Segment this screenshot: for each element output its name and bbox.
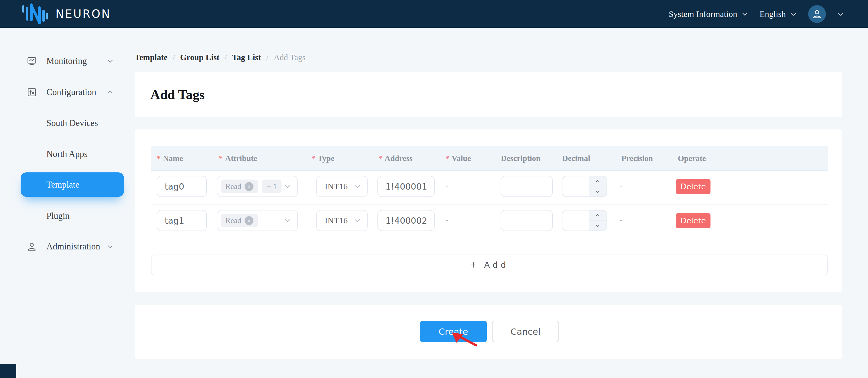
title-card: Add Tags: [134, 71, 842, 117]
attribute-chips: Read: [217, 214, 258, 227]
name-input[interactable]: [157, 210, 207, 231]
decimal-input[interactable]: [562, 177, 589, 196]
cursor-arrow-annotation: [447, 328, 484, 354]
system-information-menu[interactable]: System Information: [669, 9, 749, 19]
breadcrumb: Template / Group List / Tag List / Add T…: [134, 53, 306, 62]
row-divider: [151, 240, 828, 240]
col-header-value: *Value: [445, 154, 471, 163]
sidebar-item-south-devices[interactable]: South Devices: [0, 114, 134, 132]
app-root: NEURON System Information English: [0, 0, 868, 378]
col-header-operate: Operate: [678, 154, 706, 163]
attribute-select[interactable]: Read: [217, 210, 298, 231]
cancel-button[interactable]: Cancel: [492, 321, 559, 342]
sidebar-item-label: South Devices: [46, 118, 98, 128]
sliders-icon: [27, 87, 37, 97]
name-input[interactable]: [157, 176, 207, 197]
chip-close-icon[interactable]: [245, 216, 253, 225]
chip-close-icon[interactable]: [245, 182, 253, 191]
chevron-down-icon: [106, 57, 114, 65]
precision-readout: -: [620, 181, 623, 190]
attribute-select[interactable]: Read + 1: [217, 176, 298, 197]
breadcrumb-separator: /: [173, 53, 175, 62]
address-input[interactable]: [377, 210, 435, 231]
sidebar-item-plugin[interactable]: Plugin: [0, 207, 134, 225]
user-icon: [811, 8, 823, 20]
type-select[interactable]: INT16: [316, 210, 368, 231]
system-information-label: System Information: [669, 9, 737, 19]
tags-table-card: *Name *Attribute *Type *Address *Value D…: [134, 129, 842, 292]
add-row-button[interactable]: Add: [151, 255, 828, 275]
avatar[interactable]: [808, 5, 826, 23]
value-readout: -: [445, 215, 448, 224]
stepper-down-button[interactable]: [589, 186, 607, 196]
type-select-value: INT16: [317, 216, 348, 225]
sidebar-item-label: North Apps: [46, 149, 88, 159]
language-label: English: [760, 9, 786, 19]
col-header-type: *Type: [311, 154, 335, 163]
sidebar-item-template[interactable]: Template: [21, 172, 124, 197]
precision-readout: -: [620, 215, 623, 224]
row-divider: [151, 204, 828, 205]
type-select[interactable]: INT16: [316, 176, 368, 197]
sidebar-item-monitoring[interactable]: Monitoring: [0, 52, 134, 70]
col-header-attribute: *Attribute: [219, 154, 257, 163]
sidebar-item-label: Administration: [46, 242, 100, 252]
decimal-stepper: [562, 210, 607, 231]
attribute-chip-label: Read: [225, 182, 241, 191]
chevron-down-icon: [283, 217, 291, 224]
attribute-chip: Read: [221, 180, 258, 193]
decimal-input[interactable]: [562, 211, 589, 230]
collapsed-count-label: + 1: [267, 182, 277, 191]
sidebar-item-administration[interactable]: Administration: [0, 238, 134, 256]
col-header-address: *Address: [378, 154, 413, 163]
stepper-up-button[interactable]: [589, 177, 607, 186]
chevron-down-icon: [790, 10, 797, 18]
description-input[interactable]: [501, 210, 553, 231]
chevron-up-icon: [106, 89, 114, 96]
language-menu[interactable]: English: [760, 9, 797, 19]
breadcrumb-separator: /: [224, 53, 227, 62]
bottom-left-dark-block: [0, 364, 16, 378]
sidebar-item-north-apps[interactable]: North Apps: [0, 145, 134, 163]
add-row-label: Add: [484, 260, 508, 270]
breadcrumb-template[interactable]: Template: [134, 53, 167, 62]
col-header-decimal: Decimal: [562, 154, 590, 163]
sidebar-item-label: Plugin: [46, 211, 70, 221]
address-input[interactable]: [377, 176, 435, 197]
value-readout: -: [445, 181, 448, 190]
table-header-row: *Name *Attribute *Type *Address *Value D…: [151, 146, 828, 171]
sidebar-item-label: Template: [46, 180, 79, 190]
topbar-right: System Information English: [669, 0, 844, 28]
actions-card: Create Cancel: [134, 305, 842, 359]
page-title: Add Tags: [150, 87, 205, 102]
account-chevron-down-icon[interactable]: [837, 10, 844, 18]
sidebar-item-label: Monitoring: [46, 56, 87, 66]
col-header-name: *Name: [157, 154, 183, 163]
attribute-chip: Read: [221, 214, 258, 227]
chevron-down-icon: [741, 10, 749, 18]
chevron-down-icon: [353, 182, 362, 190]
decimal-stepper: [562, 176, 607, 197]
plus-icon: [470, 261, 478, 269]
brand-title: NEURON: [56, 7, 111, 20]
col-header-precision: Precision: [621, 154, 653, 163]
stepper-buttons: [589, 177, 607, 196]
breadcrumb-group-list[interactable]: Group List: [180, 53, 219, 62]
sidebar-item-label: Configuration: [46, 87, 96, 97]
brand: NEURON: [22, 2, 111, 26]
neuron-logo-icon: [22, 2, 48, 26]
attribute-chip-label: Read: [225, 216, 241, 225]
chevron-down-icon: [106, 243, 114, 250]
sidebar-item-configuration[interactable]: Configuration: [0, 83, 134, 101]
stepper-down-button[interactable]: [589, 220, 607, 230]
delete-button[interactable]: Delete: [676, 213, 711, 228]
col-header-description: Description: [501, 154, 540, 163]
monitor-chart-icon: [27, 56, 37, 66]
breadcrumb-tag-list[interactable]: Tag List: [232, 53, 261, 62]
description-input[interactable]: [501, 176, 553, 197]
chevron-down-icon: [353, 217, 362, 224]
delete-button[interactable]: Delete: [676, 179, 711, 194]
breadcrumb-separator: /: [266, 53, 269, 62]
type-select-value: INT16: [317, 182, 348, 191]
stepper-up-button[interactable]: [589, 211, 607, 220]
